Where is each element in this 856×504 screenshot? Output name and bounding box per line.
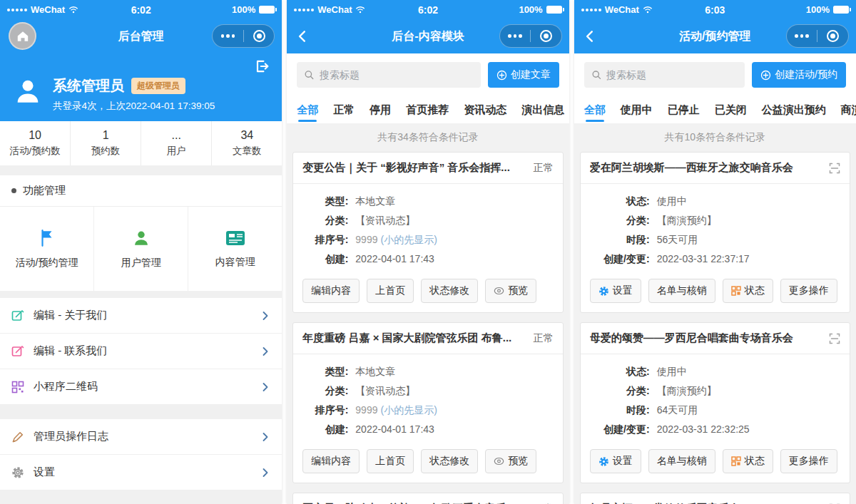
stat-bookings: 1 预约数 [71, 121, 141, 165]
logout-icon [253, 58, 270, 75]
menu-label: 小程序二维码 [34, 380, 98, 394]
roster-verify-button[interactable]: 名单与核销 [648, 279, 715, 303]
edit-content-button[interactable]: 编辑内容 [302, 279, 360, 303]
close-minimize-button[interactable] [531, 30, 561, 42]
to-homepage-button[interactable]: 上首页 [367, 279, 414, 303]
tab-commercial-show[interactable]: 商演预 [841, 96, 856, 123]
search-box[interactable] [584, 62, 745, 88]
phone-admin-home: WeChat 6:02 100% 后台管理 [0, 0, 282, 504]
search-input[interactable] [320, 69, 474, 81]
menu-item-edit-contact[interactable]: 编辑 - 联系我们 [0, 334, 282, 369]
field-value: 2022-03-31 22:32:25 [657, 423, 750, 436]
button-label: 上首页 [375, 284, 405, 297]
status-modify-button[interactable]: 状态修改 [421, 449, 478, 473]
tab-closed[interactable]: 已关闭 [715, 96, 747, 123]
more-menu-button[interactable] [213, 34, 243, 38]
battery-percent: 100% [232, 4, 255, 15]
field-value: 56天可用 [657, 233, 698, 247]
more-actions-button[interactable]: 更多操作 [780, 449, 837, 473]
tab-home-recommend[interactable]: 首页推荐 [406, 96, 449, 123]
page-title: 后台-内容模块 [392, 29, 464, 44]
to-homepage-button[interactable]: 上首页 [367, 449, 414, 473]
admin-name: 系统管理员 [53, 76, 124, 96]
tab-show-info[interactable]: 演出信息 [521, 96, 564, 123]
func-user-management[interactable]: 用户管理 [94, 207, 188, 291]
create-article-button[interactable]: 创建文章 [488, 62, 559, 88]
more-actions-button[interactable]: 更多操作 [780, 279, 837, 303]
settings-button[interactable]: 设置 [590, 449, 641, 473]
field-value: 【商演预约】 [657, 384, 717, 398]
func-label: 内容管理 [215, 256, 255, 269]
field-value: 2022-04-01 17:43 [355, 423, 434, 436]
eye-icon [494, 287, 504, 295]
create-activity-button[interactable]: 创建活动/预约 [752, 62, 846, 88]
tab-all[interactable]: 全部 [584, 96, 606, 123]
status-button[interactable]: 状态 [723, 279, 773, 303]
menu-item-settings[interactable]: 设置 [0, 455, 282, 490]
flag-icon [38, 229, 56, 247]
tab-news[interactable]: 资讯动态 [464, 96, 506, 123]
activity-card: 如月之恒——常静仙乐团音乐会 [580, 493, 850, 504]
home-button[interactable] [9, 22, 36, 50]
tab-normal[interactable]: 正常 [333, 96, 355, 123]
signal-carrier: WeChat [294, 4, 365, 15]
chevron-right-icon [260, 382, 270, 392]
close-minimize-button[interactable] [244, 30, 275, 42]
stat-value: ... [172, 129, 181, 142]
status-grid-icon [731, 286, 741, 296]
field-value: 【资讯动态】 [355, 384, 415, 398]
more-menu-button[interactable] [787, 34, 817, 38]
scan-qr-icon[interactable] [829, 333, 840, 344]
stat-activities: 10 活动/预约数 [0, 121, 71, 165]
home-icon [16, 30, 29, 42]
search-input[interactable] [606, 69, 738, 81]
func-content-management[interactable]: 内容管理 [188, 207, 282, 291]
field-value: 使用中 [657, 195, 687, 208]
button-label: 状态 [745, 455, 765, 468]
preview-button[interactable]: 预览 [485, 449, 536, 473]
plus-circle-icon [760, 70, 771, 81]
menu-item-qr-code[interactable]: 小程序二维码 [0, 369, 282, 405]
func-activity-management[interactable]: 活动/预约管理 [0, 207, 94, 291]
article-card: 年度重磅 吕嘉 × 国家大剧院管弦乐团 布鲁... 正常 类型:本地文章 分类:… [292, 322, 563, 483]
roster-verify-button[interactable]: 名单与核销 [648, 449, 715, 473]
back-button[interactable] [583, 26, 603, 46]
carrier-label: WeChat [605, 4, 639, 15]
wifi-icon [643, 6, 653, 14]
close-minimize-button[interactable] [817, 30, 848, 42]
nav-bar: 后台管理 [0, 19, 282, 53]
battery-percent: 100% [806, 4, 830, 15]
article-card: 王之炅、陈默也、曾韵——如歌三重奏音乐... 正常 [292, 493, 563, 504]
back-button[interactable] [295, 26, 315, 46]
status-modify-button[interactable]: 状态修改 [421, 279, 478, 303]
stat-value: 10 [29, 129, 41, 142]
card-title: 年度重磅 吕嘉 × 国家大剧院管弦乐团 布鲁... [302, 331, 526, 345]
preview-button[interactable]: 预览 [485, 279, 536, 303]
edit-note-icon [11, 345, 24, 358]
menu-label: 设置 [34, 466, 55, 479]
scan-qr-icon[interactable] [829, 163, 840, 174]
tab-all[interactable]: 全部 [297, 96, 318, 123]
field-label: 时段: [590, 233, 650, 247]
menu-item-admin-log[interactable]: 管理员操作日志 [0, 419, 282, 455]
tab-disabled[interactable]: 停用 [370, 96, 391, 123]
tab-public-show[interactable]: 公益演出预约 [762, 96, 826, 123]
field-value: 本地文章 [355, 365, 395, 379]
search-box[interactable] [297, 62, 480, 88]
menu-item-edit-about[interactable]: 编辑 - 关于我们 [0, 298, 282, 334]
create-button-label: 创建文章 [511, 68, 551, 81]
settings-button[interactable]: 设置 [590, 279, 641, 303]
plus-circle-icon [496, 70, 507, 81]
field-value: 本地文章 [355, 195, 395, 208]
more-menu-button[interactable] [500, 34, 531, 38]
tab-stopped[interactable]: 已停止 [668, 96, 700, 123]
chevron-right-icon [260, 432, 270, 442]
logout-button[interactable] [253, 58, 270, 78]
edit-content-button[interactable]: 编辑内容 [302, 449, 360, 473]
gear-icon [598, 456, 609, 467]
status-button[interactable]: 状态 [723, 449, 773, 473]
stat-label: 用户 [167, 145, 186, 158]
tab-in-use[interactable]: 使用中 [621, 96, 653, 123]
article-list: 共有34条符合条件记录 变更公告｜关于 “影视好声音” 音乐会指挥... 正常 … [287, 123, 569, 504]
gear-icon [598, 286, 609, 297]
